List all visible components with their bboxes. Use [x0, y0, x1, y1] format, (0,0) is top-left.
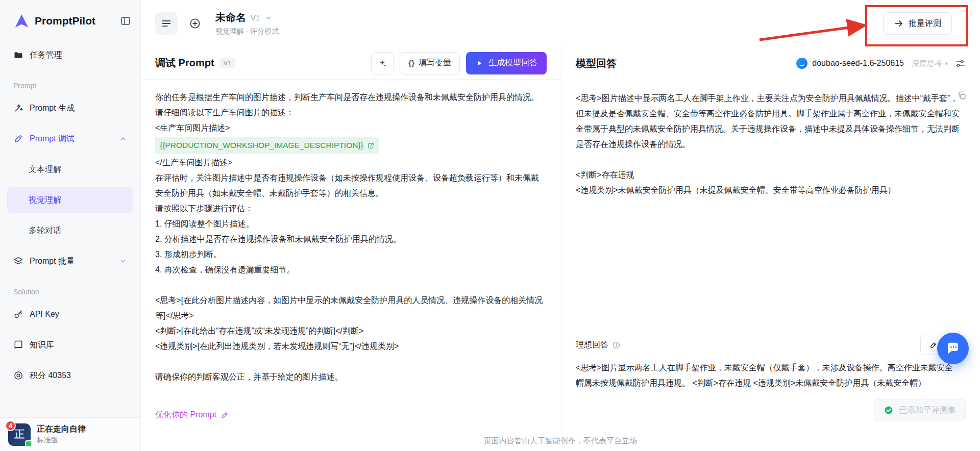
sidebar-collapse-button[interactable]	[120, 15, 131, 27]
prompt-line: <生产车间图片描述>	[155, 120, 547, 136]
new-document-button[interactable]	[184, 12, 206, 35]
ideal-answer-header: 理想回答 编辑	[561, 335, 980, 355]
sidebar-item-knowledge-base[interactable]: 知识库	[7, 332, 133, 358]
sidebar-item-task-management[interactable]: 任务管理	[7, 42, 133, 68]
sidebar-subitem-vision-understanding[interactable]: 视觉理解	[7, 187, 133, 213]
model-name: doubao-seed-1.6-250615	[812, 59, 904, 68]
response-thinking: <思考>图片描述中显示两名工人在脚手架上作业，主要关注点为安全防护用具佩戴情况。…	[576, 91, 966, 152]
optimize-prompt-label: 优化你的 Prompt	[155, 410, 216, 420]
debug-panel-title: 调试 Prompt	[155, 56, 214, 70]
document-title: 未命名	[215, 11, 246, 24]
prompt-line: 你的任务是根据生产车间的图片描述，判断生产车间是否存在违规操作设备和未佩戴安全防…	[155, 90, 547, 120]
arrow-right-icon	[894, 18, 904, 29]
generate-answer-label: 生成模型回答	[488, 58, 537, 68]
sidebar-nav: 任务管理 Prompt Prompt 生成 Prompt 调试 文本理解 视觉理…	[0, 38, 140, 389]
ideal-answer-label: 理想回答	[576, 340, 621, 350]
response-judgment: <判断>存在违规	[576, 167, 966, 183]
chevron-up-icon	[119, 135, 127, 143]
wand-icon	[13, 103, 23, 113]
fill-variables-label: 填写变量	[419, 58, 451, 68]
prompt-line: 3. 形成初步判断。	[155, 247, 547, 262]
chevron-down-icon	[264, 14, 273, 22]
prompt-editor[interactable]: 你的任务是根据生产车间的图片描述，判断生产车间是否存在违规操作设备和未佩戴安全防…	[141, 80, 561, 407]
prompt-variable-text: {{PRODUCTION_WORKSHOP_IMAGE_DESCRIPTION}…	[160, 138, 363, 153]
sidebar-subitem-label: 视觉理解	[29, 195, 61, 206]
prompt-line: </生产车间图片描述>	[155, 155, 547, 170]
sparkle-button[interactable]	[371, 52, 394, 74]
prompt-line: 请按照以下步骤进行评估：	[155, 201, 547, 216]
sidebar-section-prompt: Prompt	[7, 72, 133, 95]
added-to-eval-set-button[interactable]: 已添加至评测集	[874, 399, 966, 421]
sidebar-item-label: Prompt 调试	[30, 134, 75, 144]
sidebar-item-prompt-batch[interactable]: Prompt 批量	[7, 248, 133, 274]
sparkle-icon	[378, 59, 387, 68]
menu-icon	[161, 18, 172, 29]
info-icon	[612, 341, 621, 349]
play-icon	[475, 59, 483, 67]
deep-thinking-dot	[945, 62, 948, 65]
prompt-line: 4. 再次检查，确保没有遗漏重要细节。	[155, 262, 547, 278]
layers-icon	[13, 256, 23, 266]
ideal-answer-text-label: 理想回答	[576, 340, 608, 350]
sidebar-item-api-key[interactable]: API Key	[7, 301, 133, 328]
sidebar-subitem-label: 多轮对话	[29, 225, 61, 236]
chat-support-button[interactable]	[937, 333, 969, 364]
pen-sparkle-icon	[220, 411, 229, 419]
folder-icon	[13, 50, 23, 60]
chat-icon	[945, 341, 961, 356]
generate-answer-button[interactable]: 生成模型回答	[466, 52, 547, 74]
model-selector[interactable]: doubao-seed-1.6-250615 深度思考	[796, 58, 948, 69]
sidebar-item-credits[interactable]: 积分 40353	[7, 362, 133, 389]
prompt-line: <判断>[在此给出“存在违规”或“未发现违规”的判断]</判断>	[155, 323, 547, 339]
model-settings-button[interactable]	[955, 58, 966, 69]
menu-button[interactable]	[155, 12, 178, 35]
check-circle-icon	[884, 405, 894, 415]
copy-response-button[interactable]	[957, 91, 967, 101]
batch-eval-label: 批量评测	[909, 18, 941, 29]
plus-circle-icon	[189, 17, 201, 30]
external-link-icon	[367, 142, 375, 149]
sidebar-subitem-multi-turn[interactable]: 多轮对话	[7, 217, 133, 244]
optimize-prompt-link[interactable]: 优化你的 Prompt	[155, 410, 229, 420]
copy-icon	[957, 91, 967, 101]
document-subtitle: 视觉理解 · 评分模式	[215, 27, 279, 36]
model-logo-icon	[796, 58, 807, 69]
sidebar-item-prompt-debug[interactable]: Prompt 调试	[7, 126, 133, 152]
sliders-icon	[955, 58, 966, 69]
ideal-answer-text: <思考>图片显示两名工人在脚手架作业，未戴安全帽（仅戴手套），未涉及设备操作。高…	[561, 355, 980, 391]
panel-toggle-icon	[120, 15, 131, 27]
edit-icon	[929, 341, 938, 349]
sidebar-item-label: Prompt 批量	[30, 256, 75, 267]
user-profile[interactable]: 正 4 正在走向自律 标准版	[0, 417, 140, 451]
added-to-eval-set-label: 已添加至评测集	[899, 405, 956, 416]
avatar-status-dot	[25, 440, 32, 447]
optimize-row: 优化你的 Prompt	[141, 407, 561, 431]
coin-icon	[13, 370, 23, 381]
sidebar-item-prompt-generate[interactable]: Prompt 生成	[7, 95, 133, 121]
braces-icon: {}	[408, 59, 414, 67]
sidebar-item-label: 任务管理	[30, 50, 62, 61]
document-title-block: 未命名 V1 视觉理解 · 评分模式	[215, 11, 279, 36]
fill-variables-button[interactable]: {} 填写变量	[400, 52, 460, 74]
user-plan: 标准版	[37, 436, 86, 445]
deep-thinking-text: 深度思考	[912, 59, 942, 68]
sidebar-subitem-label: 文本理解	[29, 164, 61, 175]
sidebar-subitem-text-understanding[interactable]: 文本理解	[7, 156, 133, 183]
page-footer: 页面内容皆由人工智能创作，不代表平台立场	[141, 431, 980, 451]
prompt-line: 请确保你的判断客观公正，并基于给定的图片描述。	[155, 369, 547, 385]
book-icon	[13, 340, 23, 350]
prompt-variable-chip[interactable]: {{PRODUCTION_WORKSHOP_IMAGE_DESCRIPTION}…	[155, 137, 379, 154]
sidebar-item-label: API Key	[30, 310, 59, 319]
answer-panel-header: 模型回答 doubao-seed-1.6-250615 深度思考	[561, 47, 980, 80]
model-response: <思考>图片描述中显示两名工人在脚手架上作业，主要关注点为安全防护用具佩戴情况。…	[561, 80, 980, 335]
sidebar-item-label: 知识库	[30, 340, 54, 350]
response-category: <违规类别>未佩戴安全防护用具（未提及佩戴安全帽、安全带等高空作业必备防护用具）	[576, 183, 966, 198]
sidebar-item-label: Prompt 生成	[30, 103, 75, 114]
user-info: 正在走向自律 标准版	[37, 424, 86, 444]
deep-thinking-label: 深度思考	[912, 59, 948, 68]
app-logo-icon	[12, 12, 30, 30]
pen-icon	[13, 134, 23, 144]
sidebar: PromptPilot 任务管理 Prompt Prompt 生成 Prompt…	[0, 0, 141, 451]
batch-eval-button[interactable]: 批量评测	[883, 12, 952, 35]
version-dropdown-button[interactable]	[264, 14, 273, 22]
